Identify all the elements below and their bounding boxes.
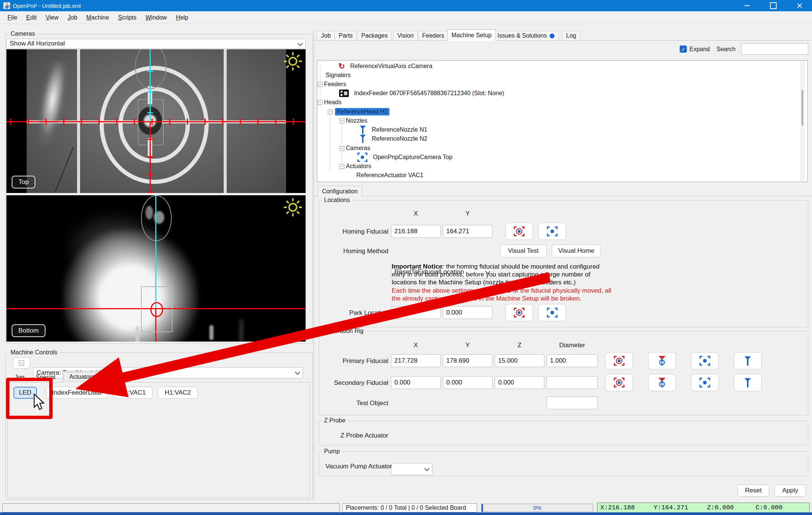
move-to-park-location-button[interactable]	[538, 304, 566, 321]
tree-scrollbar-track[interactable]	[800, 61, 805, 181]
visual-test-button[interactable]: Visual Test	[500, 245, 547, 257]
apply-button[interactable]: Apply	[774, 485, 806, 497]
window-bottom-edge	[0, 512, 812, 515]
tree-row-selected[interactable]: ReferenceHead H1	[328, 107, 389, 116]
tree-scrollbar-thumb[interactable]	[801, 90, 803, 126]
menu-job[interactable]: Job	[63, 13, 82, 23]
tree-guide-line	[330, 113, 330, 169]
progress-bar: 0%	[481, 504, 593, 512]
capture-camera-primary-button[interactable]	[605, 352, 633, 369]
tab-safety[interactable]: Safety	[105, 372, 130, 382]
move-camera-to-location-button[interactable]	[538, 223, 566, 240]
homing-warning-text: Each time the above settings are changed…	[392, 287, 617, 302]
expand-checkbox[interactable]	[680, 46, 687, 53]
bottom-camera-label: Bottom	[12, 324, 45, 337]
secondary-fiducial-x-field[interactable]: 0.000	[391, 376, 441, 389]
tab-log[interactable]: Log	[562, 31, 580, 41]
h1-vac2-actuator-button[interactable]: H1:VAC2	[158, 387, 198, 399]
h1-vac1-actuator-button[interactable]: H1:VAC1	[113, 387, 153, 399]
tree-row[interactable]: IndexFeeder 0670FF565457888367212340 (Sl…	[339, 89, 506, 98]
tab-packages[interactable]: Packages	[357, 31, 392, 41]
park-location-y-field[interactable]: 0.000	[443, 306, 492, 319]
collapse-expander[interactable]	[318, 82, 323, 87]
nozzle-capture-red-icon	[657, 355, 667, 366]
capture-camera-secondary-button[interactable]	[605, 374, 633, 391]
menu-view[interactable]: View	[41, 13, 63, 23]
secondary-fiducial-z-field[interactable]: 0.000	[495, 376, 544, 389]
close-button[interactable]	[788, 0, 811, 11]
expand-label: Expand	[689, 46, 710, 53]
sun-icon[interactable]	[283, 197, 303, 217]
collapse-controls-button[interactable]: −	[13, 357, 30, 369]
capture-camera-location-button[interactable]	[505, 223, 533, 240]
column-header-z: Z	[495, 342, 544, 349]
z-probe-group: Z Probe	[319, 421, 808, 445]
homing-fiducial-y-field[interactable]: 164.271	[443, 225, 492, 238]
close-icon	[797, 3, 803, 9]
tree-row[interactable]: ↻ ReferenceVirtualAxis cCamera	[338, 62, 434, 71]
tree-row[interactable]: ReferenceActuator VAC1	[355, 171, 425, 180]
visual-home-button[interactable]: Visual Home	[552, 245, 601, 257]
menu-help[interactable]: Help	[171, 13, 193, 23]
primary-fiducial-y-field[interactable]: 178.690	[443, 354, 492, 367]
tree-row[interactable]: OpenPnpCaptureCamera Top	[357, 153, 454, 162]
tab-vision[interactable]: Vision	[393, 31, 418, 41]
panel-splitter[interactable]	[314, 29, 314, 501]
progress-percent: 0%	[482, 504, 593, 511]
tab-actuators[interactable]: Actuators	[62, 371, 102, 383]
menu-window[interactable]: Window	[141, 13, 171, 23]
machine-setup-tree	[317, 60, 808, 182]
collapse-expander[interactable]	[339, 164, 344, 169]
column-header-x: X	[391, 210, 441, 217]
tab-issues-solutions[interactable]: Issues & Solutions	[493, 31, 559, 41]
move-nozzle-secondary-button[interactable]	[734, 374, 762, 391]
maximize-button[interactable]	[762, 0, 785, 11]
tree-row[interactable]: Heads	[318, 98, 343, 107]
capture-park-location-button[interactable]	[505, 304, 533, 321]
tab-job[interactable]: Job	[317, 31, 335, 41]
tab-configuration[interactable]: Configuration	[318, 186, 362, 196]
secondary-fiducial-y-field[interactable]: 0.000	[443, 376, 492, 389]
primary-fiducial-diameter-field[interactable]: 1.000	[547, 354, 598, 367]
collapse-expander[interactable]	[339, 146, 344, 151]
minimize-button[interactable]	[735, 0, 759, 11]
top-camera-view[interactable]: Top	[6, 49, 306, 193]
menu-file[interactable]: File	[3, 13, 22, 23]
capture-nozzle-secondary-button[interactable]	[648, 374, 676, 391]
sun-icon[interactable]	[283, 52, 303, 71]
capture-nozzle-primary-button[interactable]	[648, 352, 676, 369]
menu-machine[interactable]: Machine	[82, 13, 114, 23]
collapse-expander[interactable]	[339, 118, 344, 123]
tab-feeders[interactable]: Feeders	[418, 31, 448, 41]
primary-fiducial-z-field[interactable]: 15.000	[495, 354, 544, 367]
park-location-x-field[interactable]: 0.000	[391, 306, 441, 319]
tree-row[interactable]: Signalers	[324, 71, 352, 80]
dro-x: X:216.188	[600, 504, 635, 511]
collapse-expander[interactable]	[318, 100, 323, 105]
menu-scripts[interactable]: Scripts	[114, 13, 141, 23]
tree-row[interactable]: Actuators	[339, 162, 373, 171]
move-camera-secondary-button[interactable]	[691, 374, 719, 391]
secondary-fiducial-diameter-field[interactable]	[547, 376, 598, 389]
tab-machine-setup[interactable]: Machine Setup	[447, 29, 496, 41]
reset-button[interactable]: Reset	[738, 485, 769, 497]
tree-row[interactable]: Nozzles	[339, 116, 369, 125]
move-nozzle-primary-button[interactable]	[734, 352, 762, 369]
tab-parts[interactable]: Parts	[335, 31, 357, 41]
small-blob-1	[209, 325, 214, 340]
camera-view-selector[interactable]: Show All Horizontal	[6, 39, 306, 49]
primary-fiducial-label: Primary Fiducial	[314, 357, 388, 365]
bottom-camera-view[interactable]: Bottom	[6, 195, 306, 342]
menu-edit[interactable]: Edit	[22, 13, 41, 23]
homing-fiducial-x-field[interactable]: 216.188	[391, 225, 441, 238]
indexfeederdata-actuator-button[interactable]: IndexFeederData	[46, 387, 108, 399]
search-input[interactable]	[741, 43, 808, 55]
tree-row[interactable]: Feeders	[318, 80, 348, 89]
test-object-diameter-field[interactable]	[547, 397, 598, 409]
tree-row[interactable]: Cameras	[339, 144, 372, 153]
tree-row[interactable]: ReferenceNozzle N2	[359, 134, 429, 143]
tree-row[interactable]: ReferenceNozzle N1	[359, 125, 429, 134]
collapse-expander[interactable]	[328, 109, 333, 114]
primary-fiducial-x-field[interactable]: 217.728	[391, 354, 441, 367]
move-camera-primary-button[interactable]	[691, 352, 719, 369]
